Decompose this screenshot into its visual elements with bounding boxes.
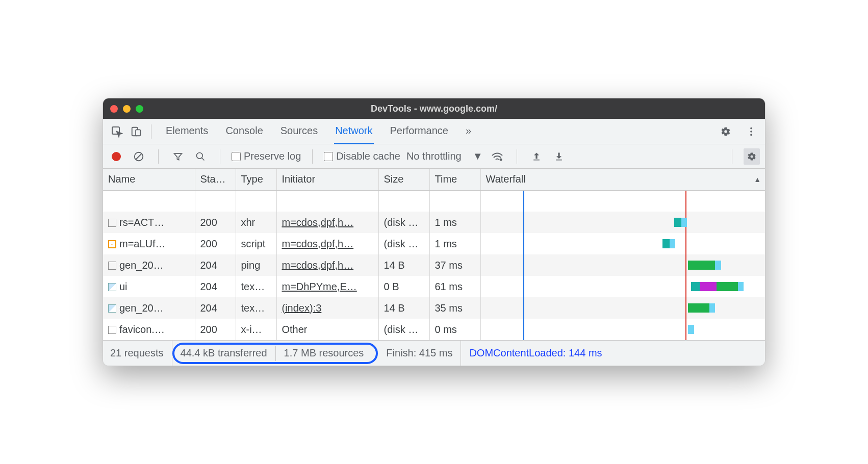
cell-time: 37 ms — [429, 254, 480, 276]
cell-status: 200 — [195, 212, 236, 233]
cell-type: tex… — [236, 297, 276, 319]
throttling-select[interactable]: No throttling ▼ — [406, 150, 483, 162]
col-waterfall[interactable]: Waterfall ▲ — [480, 169, 765, 190]
throttling-value: No throttling — [406, 150, 462, 162]
cell-initiator[interactable]: (index):3 — [276, 297, 378, 319]
cell-initiator[interactable]: m=cdos,dpf,h… — [276, 254, 378, 276]
cell-waterfall — [480, 276, 765, 297]
col-size[interactable]: Size — [378, 169, 429, 190]
cell-size: (disk … — [378, 319, 429, 340]
divider — [732, 149, 732, 164]
table-row[interactable]: ui204tex…m=DhPYme,E…0 B61 ms — [103, 276, 765, 297]
divider — [220, 149, 220, 164]
file-type-icon — [108, 304, 116, 313]
divider — [517, 149, 517, 164]
cell-time: 1 ms — [429, 212, 480, 233]
tab-console[interactable]: Console — [224, 119, 264, 144]
col-time[interactable]: Time — [429, 169, 480, 190]
cell-initiator[interactable]: m=cdos,dpf,h… — [276, 212, 378, 233]
table-row[interactable]: gen_20…204tex…(index):314 B35 ms — [103, 297, 765, 319]
network-conditions-icon[interactable] — [489, 148, 505, 165]
svg-line-7 — [136, 153, 142, 159]
cell-size: 14 B — [378, 297, 429, 319]
tab-sources[interactable]: Sources — [279, 119, 319, 144]
cell-size: (disk … — [378, 233, 429, 254]
table-row[interactable]: m=aLUf…200scriptm=cdos,dpf,h…(disk …1 ms — [103, 233, 765, 254]
divider — [312, 149, 313, 164]
cell-initiator[interactable]: m=cdos,dpf,h… — [276, 233, 378, 254]
settings-icon[interactable] — [716, 122, 735, 141]
tab-overflow[interactable]: » — [465, 119, 472, 144]
cell-name: favicon.… — [103, 319, 195, 340]
cell-name: m=aLUf… — [103, 233, 195, 254]
cell-name: rs=ACT… — [103, 212, 195, 233]
summary-highlight: 44.4 kB transferred 1.7 MB resources — [172, 343, 378, 364]
filter-icon[interactable] — [170, 148, 186, 165]
more-icon[interactable] — [742, 122, 761, 141]
panel-tabs: Elements Console Sources Network Perform… — [165, 119, 716, 144]
svg-rect-2 — [136, 130, 140, 136]
svg-line-9 — [202, 158, 205, 160]
col-status[interactable]: Sta… — [195, 169, 236, 190]
cell-time: 61 ms — [429, 276, 480, 297]
cell-type: tex… — [236, 276, 276, 297]
cell-size: (disk … — [378, 212, 429, 233]
sort-indicator-icon: ▲ — [754, 175, 761, 184]
table-header-row: Name Sta… Type Initiator Size Time Water… — [103, 169, 765, 190]
file-type-icon — [108, 326, 116, 334]
cell-initiator[interactable]: Other — [276, 319, 378, 340]
download-har-icon[interactable] — [551, 148, 567, 165]
network-settings-icon[interactable] — [744, 148, 760, 165]
disable-cache-checkbox[interactable]: Disable cache — [324, 150, 400, 162]
cell-waterfall — [480, 254, 765, 276]
cell-type: ping — [236, 254, 276, 276]
cell-time: 35 ms — [429, 297, 480, 319]
file-type-icon — [108, 283, 116, 291]
tab-performance[interactable]: Performance — [389, 119, 450, 144]
col-name[interactable]: Name — [103, 169, 195, 190]
search-icon[interactable] — [192, 148, 209, 165]
cell-type: x-i… — [236, 319, 276, 340]
divider — [151, 124, 151, 139]
svg-rect-12 — [556, 159, 562, 160]
cell-status: 204 — [195, 297, 236, 319]
svg-point-3 — [750, 127, 752, 129]
close-icon[interactable] — [110, 105, 118, 113]
table-row[interactable]: favicon.…200x-i…Other(disk …0 ms — [103, 319, 765, 340]
tab-network[interactable]: Network — [334, 119, 373, 144]
minimize-icon[interactable] — [123, 105, 131, 113]
cell-time: 0 ms — [429, 319, 480, 340]
tab-elements[interactable]: Elements — [165, 119, 209, 144]
cell-initiator[interactable]: m=DhPYme,E… — [276, 276, 378, 297]
inspect-icon[interactable] — [107, 122, 126, 141]
divider — [158, 149, 159, 164]
svg-point-5 — [750, 134, 752, 136]
file-type-icon — [108, 219, 116, 227]
svg-point-10 — [499, 158, 502, 161]
summary-transferred: 44.4 kB transferred — [178, 346, 276, 361]
table-row-spacer — [103, 190, 765, 212]
disable-cache-label: Disable cache — [336, 150, 400, 162]
cell-name: gen_20… — [103, 254, 195, 276]
record-button[interactable] — [108, 148, 124, 165]
svg-point-8 — [197, 152, 203, 159]
table-row[interactable]: rs=ACT…200xhrm=cdos,dpf,h…(disk …1 ms — [103, 212, 765, 233]
summary-dcl: DOMContentLoaded: 144 ms — [461, 341, 610, 366]
upload-har-icon[interactable] — [528, 148, 545, 165]
col-type[interactable]: Type — [236, 169, 276, 190]
table-row[interactable]: gen_20…204pingm=cdos,dpf,h…14 B37 ms — [103, 254, 765, 276]
svg-rect-11 — [533, 159, 540, 160]
device-toggle-icon[interactable] — [126, 122, 146, 141]
clear-button[interactable] — [131, 148, 147, 165]
cell-status: 200 — [195, 319, 236, 340]
cell-size: 0 B — [378, 276, 429, 297]
cell-waterfall — [480, 233, 765, 254]
maximize-icon[interactable] — [136, 105, 143, 113]
cell-status: 200 — [195, 233, 236, 254]
cell-waterfall — [480, 319, 765, 340]
chevron-down-icon: ▼ — [473, 150, 483, 162]
window-title: DevTools - www.google.com/ — [103, 104, 765, 114]
col-initiator[interactable]: Initiator — [276, 169, 378, 190]
preserve-log-checkbox[interactable]: Preserve log — [232, 150, 301, 162]
file-type-icon — [108, 262, 116, 270]
